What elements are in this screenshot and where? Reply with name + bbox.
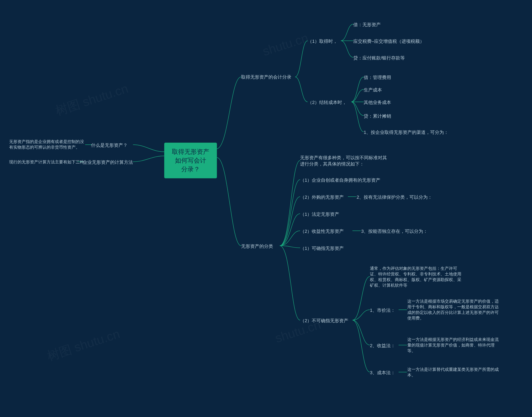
b2-c6-d0: 通常，作为评估对象的无形资产包括：生产许可证、特许经营权、专利权、非专利技术、土… [370, 266, 463, 288]
b2-c1: （1）企业自创或者自身拥有的无形资产 [300, 177, 380, 183]
mindmap-connectors [0, 0, 532, 417]
b1[interactable]: 取得无形资产的会计分录 [241, 74, 291, 80]
b2-c6-d1[interactable]: 1、市价法： [370, 307, 395, 313]
b1-s2[interactable]: （2）结转成本时， [307, 99, 347, 106]
b1-s1-c1: 借：无形资产 [353, 22, 381, 28]
b2-c6[interactable]: （2）不可确指无形资产 [300, 318, 348, 324]
root-line2: 分录？ [172, 165, 210, 174]
b2-c6-d2[interactable]: 2、收益法： [370, 343, 395, 349]
left-q2[interactable]: 企业无形资产的计算方法 [83, 159, 133, 166]
b2-c6-d3-desc: 这一方法是计算替代或重建某类无形资产所需的成本。 [407, 367, 499, 378]
b2-c4[interactable]: （2）收益性无形资产 [300, 228, 344, 234]
b1-s1-c2: 应交税费–应交增值税（进项税额） [353, 38, 424, 44]
root-line1: 取得无形资产如何写会计 [172, 147, 210, 165]
left-q1-desc: 无形资产指的是企业拥有或者是控制的没有实物形态的可辨认的非货币性资产。 [9, 139, 84, 150]
root-node[interactable]: 取得无形资产如何写会计 分录？ [164, 143, 217, 178]
b1-s2-note: 1、按企业取得无形资产的渠道，可分为： [364, 129, 449, 136]
b2-c2[interactable]: （2）外购的无形资产 [300, 194, 344, 200]
b2-c6-d1-desc: 这一方法是根据市场交易确定无形资产的价值，适用于专利、商标和版权等，一般是根据交… [407, 299, 499, 321]
b2-c2-note: 2、按有无法律保护分类，可以分为： [357, 194, 432, 200]
b2-c6-d3[interactable]: 3、成本法： [370, 370, 395, 376]
b1-s2-c3: 其他业务成本 [364, 99, 391, 106]
b1-s1[interactable]: （1）取得时， [307, 38, 338, 44]
b2-c5: （1）可确指无形资产 [300, 245, 344, 251]
b2-c0: 无形资产有很多种类，可以按不同标准对其进行分类，其具体的情况如下： [300, 155, 387, 167]
b1-s2-c1: 借：管理费用 [364, 74, 391, 81]
b2-c4-note: 3、按能否独立存在，可以分为： [361, 228, 428, 234]
b1-s2-c2: 生产成本 [364, 87, 382, 93]
b2-c3: （1）法定无形资产 [300, 211, 339, 218]
watermark: 树图 shutu.cn [53, 80, 130, 120]
watermark: shutu.cn [261, 31, 310, 59]
b1-s2-c4: 贷：累计摊销 [364, 113, 391, 119]
watermark: 树图 shutu.cn [45, 325, 122, 365]
b2-c6-d2-desc: 这一方法是根据无形资产的经济利益或未来现金流量的现值计算无形资产价值，如商誉、特… [407, 337, 499, 354]
left-q1[interactable]: 什么是无形资产？ [91, 142, 128, 148]
b2[interactable]: 无形资产的分类 [241, 243, 273, 250]
b1-s1-c3: 贷：应付账款/银行存款等 [353, 55, 405, 61]
left-q2-desc: 现行的无形资产计算方法主要有如下三种： [9, 159, 88, 165]
